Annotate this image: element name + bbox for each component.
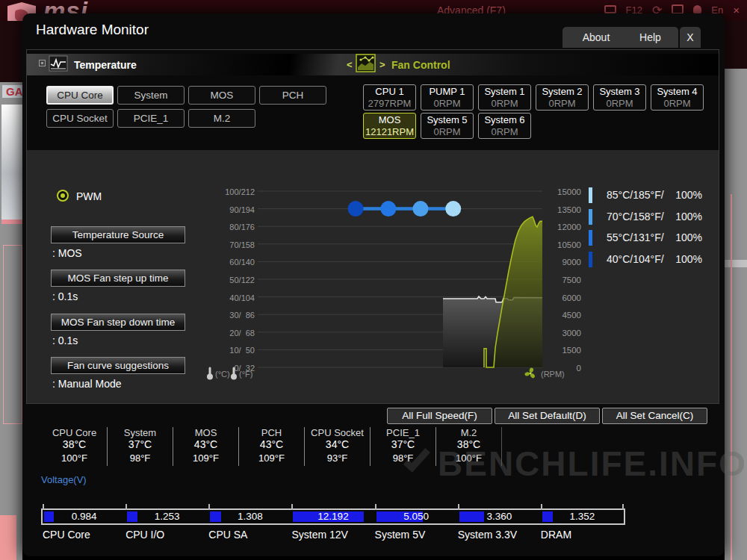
legend-color-bar [589, 209, 592, 225]
pwm-radio[interactable] [57, 190, 69, 202]
fan-box-system-3[interactable]: System 30RPM [593, 84, 646, 111]
fan-box-system-1[interactable]: System 10RPM [478, 84, 531, 111]
voltage-segment-dram: 1.352 [541, 510, 624, 523]
readout-name: System [108, 427, 173, 438]
fan-name: MOS [364, 114, 415, 126]
readout-name: CPU Socket [305, 427, 370, 438]
temp-tab-system[interactable]: System [117, 86, 185, 105]
voltage-section-title: Voltage(V) [41, 474, 87, 485]
fan-next-arrow[interactable]: > [379, 59, 385, 70]
help-button[interactable]: Help [622, 27, 678, 48]
temp-tab-cpu-core[interactable]: CPU Core [46, 86, 114, 105]
action-button-all-set-cancel-c[interactable]: All Set Cancel(C) [602, 408, 707, 424]
readout-m-2: M.238°C100°F [436, 427, 502, 466]
temp-tab-m-2[interactable]: M.2 [188, 109, 255, 128]
fan-curve-chart[interactable] [258, 190, 542, 369]
y-left-tick: 100/212 [208, 187, 255, 196]
y-left-tick: 30/ 86 [208, 311, 255, 320]
close-button[interactable]: X [680, 27, 701, 48]
readout-fahrenheit: 109°F [239, 451, 304, 465]
fan-name: System 3 [594, 86, 645, 98]
gauge-tick [622, 504, 624, 510]
voltage-rail-label: CPU Core [43, 529, 90, 541]
y-left-tick: 70/158 [208, 240, 255, 249]
bios-close-icon[interactable]: × [733, 4, 740, 16]
fan-rpm: 0RPM [594, 98, 645, 109]
fan-icon [524, 367, 536, 379]
fan-box-system-2[interactable]: System 20RPM [536, 84, 589, 111]
fan-grid: CPU 12797RPMPUMP 10RPMSystem 10RPMSystem… [363, 84, 713, 141]
fahrenheit-unit-label: (°F) [239, 370, 252, 379]
y-left-tick: 90/194 [208, 205, 255, 214]
field-button-fan-curve-suggestions[interactable]: Fan curve suggestions [51, 357, 185, 374]
fan-box-cpu-1[interactable]: CPU 12797RPM [363, 84, 416, 111]
action-button-all-set-default-d[interactable]: All Set Default(D) [495, 408, 600, 424]
voltage-value: 12.192 [291, 511, 374, 522]
readout-celsius: 34°C [305, 438, 370, 451]
temp-tab-mos[interactable]: MOS [188, 86, 255, 105]
voltage-segment-system-3-3v: 3.360 [458, 510, 541, 523]
y-left-tick: 10/ 50 [208, 346, 255, 355]
field-button-mos-fan-step-up-time[interactable]: MOS Fan step up time [51, 270, 185, 287]
rpm-unit-label: (RPM) [541, 370, 565, 379]
fan-curve-point-85c[interactable] [445, 201, 461, 217]
action-button-all-full-speed-f[interactable]: All Full Speed(F) [387, 408, 492, 424]
readout-name: PCIE_1 [371, 427, 436, 438]
voltage-value: 0.984 [43, 511, 125, 522]
fan-box-pump-1[interactable]: PUMP 10RPM [421, 84, 474, 111]
voltage-value: 3.360 [458, 511, 541, 522]
fan-name: System 5 [421, 114, 473, 126]
fan-control-chart-icon [356, 54, 376, 72]
fan-box-system-5[interactable]: System 50RPM [421, 113, 474, 139]
left-strip-label: GA [2, 85, 22, 98]
voltage-value: 1.352 [541, 511, 624, 522]
y-right-tick: 4500 [550, 311, 581, 320]
y-left-tick: 50/122 [208, 276, 255, 284]
fan-box-system-6[interactable]: System 60RPM [478, 113, 531, 139]
celsius-unit-label: (°C) [215, 370, 230, 379]
field-button-temperature-source[interactable]: Temperature Source [51, 226, 185, 243]
temperature-graph-icon [49, 55, 68, 72]
y-right-tick: 13500 [550, 205, 581, 214]
y-right-tick: 1500 [550, 346, 581, 355]
y-right-tick: 15000 [550, 187, 581, 196]
y-right-tick: 12000 [550, 223, 581, 231]
y-right-tick: 10500 [550, 240, 581, 249]
y-left-tick: 40/104 [208, 293, 255, 302]
temp-tab-pcie-1[interactable]: PCIE_1 [117, 109, 185, 128]
hardware-monitor-window: Hardware Monitor About Help X Temperatur… [22, 13, 725, 556]
fan-curve-point-70c[interactable] [412, 201, 428, 217]
readout-mos: MOS43°C109°F [173, 427, 239, 466]
voltage-segment-cpu-i-o: 1.253 [125, 510, 208, 523]
readout-fahrenheit: 93°F [305, 451, 370, 465]
fan-curve-point-55c[interactable] [380, 201, 396, 217]
fan-box-system-4[interactable]: System 40RPM [651, 84, 704, 111]
legend-temp-label: 55°C/131°F/ [607, 231, 664, 243]
fan-curve-point-40c[interactable] [348, 201, 364, 217]
temp-tab-pch[interactable]: PCH [259, 86, 326, 105]
legend-color-bar [589, 230, 592, 246]
gauge-tick [208, 504, 210, 510]
voltage-segment-system-5v: 5.050 [375, 510, 458, 523]
readout-celsius: 38°C [42, 438, 107, 451]
voltage-rail-label: System 5V [375, 529, 426, 541]
legend-percent-value: 100% [666, 211, 702, 223]
fan-box-mos[interactable]: MOS12121RPM [363, 113, 416, 139]
window-title: Hardware Monitor [36, 22, 149, 38]
readout-celsius: 37°C [371, 438, 436, 451]
voltage-rail-label: System 12V [291, 529, 347, 541]
readout-fahrenheit: 98°F [108, 451, 173, 465]
fan-name: System 4 [651, 86, 703, 98]
y-right-tick: 9000 [550, 258, 581, 267]
temperature-tabs: CPU CoreSystemMOSPCHCPU SocketPCIE_1M.2 [46, 86, 339, 132]
y-left-tick: 20/ 68 [208, 329, 255, 337]
fan-name: System 1 [479, 86, 530, 98]
field-button-mos-fan-step-down-time[interactable]: MOS Fan step down time [51, 314, 185, 331]
temp-tab-cpu-socket[interactable]: CPU Socket [46, 109, 114, 128]
gauge-tick [375, 504, 376, 510]
fan-prev-arrow[interactable]: < [347, 59, 353, 70]
readout-name: M.2 [436, 427, 501, 438]
voltage-rail-label: DRAM [541, 529, 571, 541]
readout-celsius: 43°C [173, 438, 238, 451]
about-button[interactable]: About [562, 27, 630, 48]
